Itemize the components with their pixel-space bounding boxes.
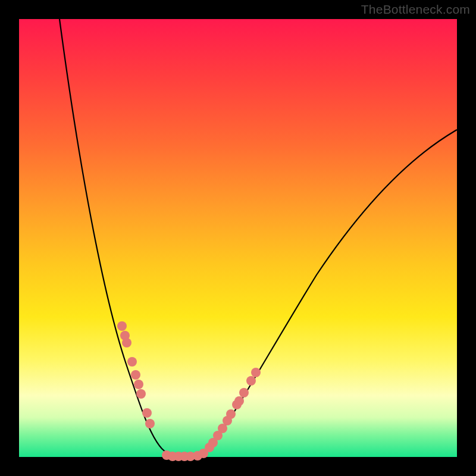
data-point (142, 408, 152, 418)
data-point (226, 409, 236, 419)
plot-area (19, 19, 457, 457)
data-point (246, 376, 256, 386)
chart-frame: TheBottleneck.com (0, 0, 476, 476)
bottleneck-curve (60, 19, 457, 456)
data-point (127, 357, 137, 367)
data-point (117, 321, 127, 331)
data-point (145, 419, 155, 428)
chart-svg (19, 19, 457, 457)
data-point (186, 452, 195, 461)
data-point (239, 388, 249, 397)
points-right-cluster (193, 368, 261, 461)
data-point (234, 396, 244, 406)
data-point (134, 380, 143, 389)
data-point (136, 389, 146, 399)
data-point (251, 368, 261, 377)
points-left-cluster (117, 321, 155, 428)
data-point (131, 370, 140, 380)
watermark-text: TheBottleneck.com (361, 2, 470, 17)
points-bottom-flat (162, 450, 195, 461)
data-point (122, 338, 131, 347)
